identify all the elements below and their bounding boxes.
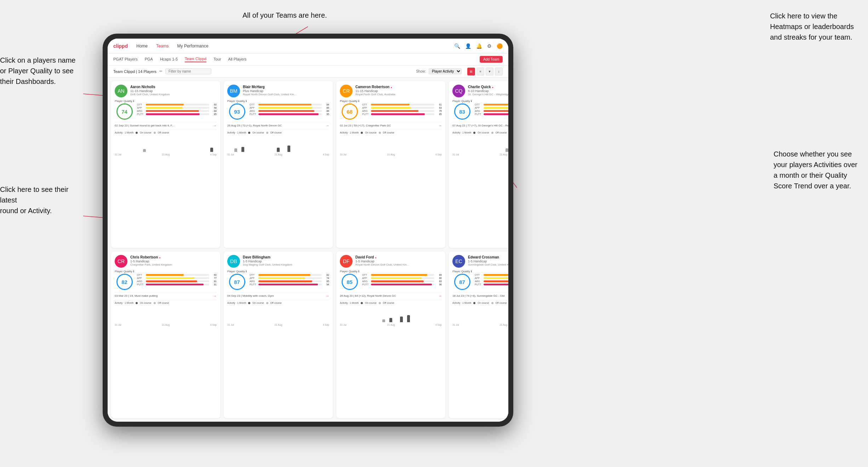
activity-header: Activity · 1 MonthOn courseOff course bbox=[115, 302, 217, 304]
activity-header: Activity · 1 MonthOn courseOff course bbox=[452, 131, 508, 134]
subnav-allplayers[interactable]: All Players bbox=[228, 57, 247, 62]
show-select[interactable]: Player Activity bbox=[429, 68, 462, 74]
bar-value: 81 bbox=[210, 280, 217, 283]
latest-round[interactable]: 02 Sep 23 | Sunset round to get back int… bbox=[115, 122, 217, 127]
player-card[interactable]: ECEdward Crossman1-5 HandicapSunningdale… bbox=[449, 251, 508, 418]
subnav-pga[interactable]: PGA bbox=[145, 57, 153, 62]
on-course-dot bbox=[136, 302, 138, 304]
quality-score[interactable]: 85 bbox=[342, 274, 358, 290]
player-name[interactable]: Chris Robertson● bbox=[130, 255, 217, 260]
chart-label: 4 Sep bbox=[323, 324, 329, 326]
edit-team-icon[interactable]: ✏ bbox=[159, 69, 162, 74]
bar-label: PUTT bbox=[475, 283, 482, 286]
bar-value: 82 bbox=[323, 274, 329, 276]
avatar-icon[interactable]: 🟠 bbox=[497, 43, 503, 49]
player-name[interactable]: Edward Crossman bbox=[468, 255, 508, 260]
quality-score[interactable]: 74 bbox=[116, 103, 133, 120]
subnav-teamclippd[interactable]: Team Clippd bbox=[185, 57, 206, 62]
latest-round-arrow[interactable]: → bbox=[213, 124, 217, 127]
bar-track bbox=[146, 113, 209, 115]
avatar: DB bbox=[227, 255, 240, 268]
bar-label: PUTT bbox=[250, 113, 257, 115]
on-course-dot bbox=[361, 302, 363, 304]
latest-round[interactable]: 07 Aug 23 | 77 (+7), St George's Hill GC… bbox=[452, 122, 508, 127]
activity-chart bbox=[227, 135, 329, 153]
player-name[interactable]: David Ford● bbox=[355, 255, 442, 260]
latest-round-text: 02 Jul 23 | 59 (+17), Craigmillar Park G… bbox=[340, 124, 438, 127]
bar-value: 91 bbox=[210, 283, 217, 286]
chart-bar bbox=[407, 315, 410, 322]
list-view-button[interactable]: ≡ bbox=[476, 68, 484, 75]
sort-button[interactable]: ↕ bbox=[495, 68, 503, 75]
bar-track bbox=[146, 104, 209, 106]
bar-fill bbox=[371, 113, 425, 115]
latest-round-text: 07 Aug 23 | 77 (+7), St George's Hill GC… bbox=[452, 124, 508, 127]
off-course-label: Off course bbox=[158, 302, 169, 304]
player-name[interactable]: Charlie Quick● bbox=[468, 85, 508, 89]
player-card[interactable]: BMBlair McHargPlus HandicapRoyal North D… bbox=[224, 81, 333, 248]
add-team-button[interactable]: Add Team bbox=[480, 56, 503, 63]
activity-section: Activity · 1 MonthOn courseOff course31 … bbox=[340, 300, 442, 326]
chart-bar bbox=[143, 149, 146, 152]
avatar: CR bbox=[115, 255, 127, 268]
bar-fill bbox=[146, 274, 184, 276]
latest-round-arrow[interactable]: → bbox=[213, 294, 217, 298]
subnav-pgat[interactable]: PGAT Players bbox=[113, 57, 138, 62]
player-name[interactable]: Aaron Nicholls bbox=[130, 85, 217, 89]
player-header: ANAaron Nicholls11-15 HandicapDrift Golf… bbox=[115, 85, 217, 97]
ipad-frame: clippd Home Teams My Performance 🔍 👤 🔔 ⚙… bbox=[103, 34, 513, 427]
latest-round-arrow[interactable]: → bbox=[326, 124, 329, 127]
bar-fill bbox=[258, 110, 314, 112]
quality-bars: OTT84APP85ARG88PUTT95 bbox=[250, 103, 329, 116]
quality-score[interactable]: 87 bbox=[229, 274, 245, 290]
latest-round[interactable]: 03 Mar 23 | 19, Must make putting→ bbox=[115, 292, 217, 298]
player-name[interactable]: Blair McHarg bbox=[243, 85, 329, 89]
nav-link-home[interactable]: Home bbox=[136, 44, 148, 49]
player-card[interactable]: DBDave Billingham1-5 HandicapSog Maging … bbox=[224, 251, 333, 418]
annotation-right-bottom: Choose whether you seeyour players Activ… bbox=[773, 149, 857, 191]
settings-icon[interactable]: ⚙ bbox=[487, 43, 492, 49]
quality-score[interactable]: 93 bbox=[229, 103, 245, 120]
bell-icon[interactable]: 🔔 bbox=[476, 43, 482, 49]
subnav-hcaps[interactable]: Hcaps 1-5 bbox=[160, 57, 178, 62]
subnav-tour[interactable]: Tour bbox=[213, 57, 221, 62]
latest-round-arrow[interactable]: → bbox=[438, 124, 442, 127]
bar-value: 84 bbox=[210, 110, 217, 112]
bar-fill bbox=[484, 284, 508, 285]
latest-round-arrow[interactable]: → bbox=[326, 294, 329, 298]
nav-link-performance[interactable]: My Performance bbox=[177, 44, 209, 49]
chart-bar bbox=[287, 146, 290, 152]
quality-score[interactable]: 87 bbox=[454, 274, 470, 290]
bar-row: ARG83 bbox=[362, 280, 442, 283]
bar-track bbox=[484, 113, 508, 115]
latest-round[interactable]: 26 Aug 23 | 73 (+1), Royal North Devon G… bbox=[227, 122, 329, 127]
player-card[interactable]: CRChris Robertson●1-5 HandicapCraigmilla… bbox=[111, 251, 220, 418]
player-card[interactable]: ANAaron Nicholls11-15 HandicapDrift Golf… bbox=[111, 81, 220, 248]
player-card[interactable]: DFDavid Ford●1-5 HandicapRoyal North Dev… bbox=[336, 251, 445, 418]
quality-score[interactable]: 82 bbox=[116, 274, 133, 290]
filter-button[interactable]: ▼ bbox=[486, 68, 493, 75]
search-input[interactable] bbox=[165, 68, 211, 74]
latest-round[interactable]: 04 Sep 23 | Mobility with coach, Gym→ bbox=[227, 292, 329, 298]
bar-track bbox=[258, 104, 322, 106]
quality-score[interactable]: 83 bbox=[454, 103, 470, 120]
player-name[interactable]: Cameron Robertson● bbox=[355, 85, 442, 89]
player-card[interactable]: CRCameron Robertson●11-15 HandicapRoyal … bbox=[336, 81, 445, 248]
profile-icon[interactable]: 👤 bbox=[465, 43, 471, 49]
player-handicap: Plus Handicap bbox=[243, 89, 329, 93]
grid-view-button[interactable]: ⊞ bbox=[467, 68, 475, 75]
activity-chart bbox=[115, 135, 217, 153]
latest-round[interactable]: 18 Jul 23 | 74 (+4), Sunningdale GC - Ol… bbox=[452, 292, 508, 298]
quality-score[interactable]: 68 bbox=[342, 103, 358, 120]
latest-round-arrow[interactable]: → bbox=[438, 294, 442, 298]
chart-bar bbox=[382, 319, 385, 322]
quality-bars: OTT61APP63ARG75PUTT85 bbox=[362, 103, 442, 116]
player-name[interactable]: Dave Billingham bbox=[243, 255, 329, 260]
search-icon[interactable]: 🔍 bbox=[454, 43, 460, 49]
latest-round[interactable]: 26 Aug 23 | 84 (+12), Royal North Devon … bbox=[340, 292, 442, 298]
player-card[interactable]: CQCharlie Quick●6-10 HandicapSt. George'… bbox=[449, 81, 508, 248]
latest-round[interactable]: 02 Jul 23 | 59 (+17), Craigmillar Park G… bbox=[340, 122, 442, 127]
on-course-dot bbox=[136, 132, 138, 134]
activity-chart bbox=[340, 305, 442, 323]
nav-link-teams[interactable]: Teams bbox=[156, 44, 169, 49]
